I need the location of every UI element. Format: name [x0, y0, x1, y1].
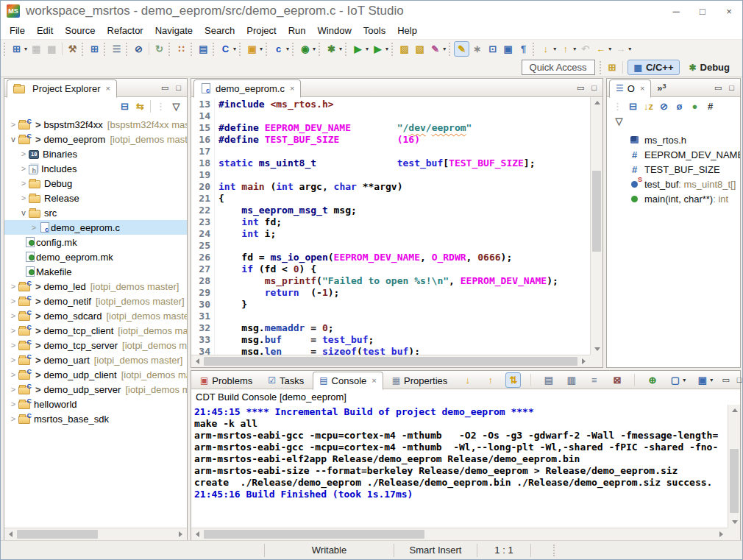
view-menu-dots-button[interactable]: ⋮ [153, 99, 168, 114]
tree-item-demo-tcp-client[interactable]: >>demo_tcp_client[iotpi_demos master] [4, 323, 187, 338]
open-perspective-button[interactable]: ⊞ [605, 60, 620, 75]
perspective-debug-button[interactable]: ✱Debug [682, 60, 736, 75]
outline-item-test-buf-size[interactable]: #TEST_BUF_SIZE [607, 162, 740, 177]
view-menu-chevron-button[interactable]: ▽ [168, 99, 184, 114]
outline-view-chevron-button[interactable]: ▽ [611, 113, 627, 129]
previous-marker-button[interactable]: ↑ [483, 372, 498, 388]
new-c-file-button[interactable]: c▾ [271, 41, 291, 57]
run-button[interactable]: ▶▾ [350, 41, 370, 57]
dropdown-arrow-icon[interactable]: ▾ [683, 377, 686, 383]
outline-item-main-int-char[interactable]: main(int, char**) : int [607, 191, 740, 206]
outline-menu-dots-button[interactable]: ⋮ [610, 99, 625, 114]
build-all-button[interactable]: ⊞ [87, 41, 102, 57]
outline-tab[interactable]: ☰ O × [609, 79, 651, 98]
scroll-thumb[interactable] [17, 530, 98, 539]
tree-item-demo-tcp-server[interactable]: >>demo_tcp_server[iotpi_demos master] [4, 338, 187, 352]
tree-item-release[interactable]: >Release [4, 191, 187, 205]
dropdown-arrow-icon[interactable]: ▾ [339, 46, 342, 52]
outline-item-eeprom-dev-name[interactable]: #EEPROM_DEV_NAME [607, 147, 740, 162]
dropdown-arrow-icon[interactable]: ▾ [710, 377, 713, 383]
dropdown-arrow-icon[interactable]: ▾ [385, 46, 388, 52]
menu-item-run[interactable]: Run [282, 23, 312, 38]
maximize-button[interactable]: □ [689, 2, 716, 20]
display-console-button[interactable]: ▢▾ [667, 372, 687, 388]
expand-expander-icon[interactable]: > [8, 370, 18, 379]
expand-expander-icon[interactable]: > [8, 400, 18, 408]
collapse-expander-icon[interactable]: v [18, 208, 29, 217]
deploy-button[interactable]: ☰ [109, 41, 124, 57]
dropdown-arrow-icon[interactable]: ▾ [553, 46, 556, 52]
remote-folder-button[interactable]: ▤ [196, 41, 211, 57]
show-selected-element-button[interactable]: ▣ [500, 41, 516, 57]
scroll-thumb[interactable] [730, 449, 739, 513]
scroll-thumb[interactable] [204, 530, 424, 539]
editor-tab-demo-eeprom-c[interactable]: demo_eeprom.c × [193, 79, 301, 98]
expand-expander-icon[interactable]: > [8, 311, 18, 320]
expand-expander-icon[interactable]: > [18, 179, 29, 188]
tree-item-binaries[interactable]: >Binaries [4, 146, 187, 161]
minimize-view-button[interactable]: ▭ [161, 83, 168, 93]
marker-pen-button[interactable]: ✎▾ [427, 41, 447, 57]
build-target-button[interactable]: ◉▾ [297, 41, 317, 57]
tree-item-demo-udp-server[interactable]: >>demo_udp_server[iotpi_demos master] [4, 382, 187, 397]
project-explorer-hscrollbar[interactable] [4, 528, 187, 540]
scroll-lock-button[interactable]: ▥ [564, 372, 579, 388]
next-annotation-button[interactable]: ↓▾ [538, 41, 558, 57]
menu-item-edit[interactable]: Edit [31, 23, 59, 38]
tree-item-demo-sdcard[interactable]: >>demo_sdcard[iotpi_demos master] [4, 308, 187, 323]
tree-item-src[interactable]: vsrc [4, 205, 187, 220]
tree-item-demo-eeprom[interactable]: v>demo_eeprom[iotpi_demos master] [4, 132, 187, 146]
spray-button[interactable]: ∗ [469, 41, 485, 57]
skip-breakpoints-button[interactable]: ⊘ [131, 41, 146, 57]
follow-output-button[interactable]: ⇅ [505, 372, 521, 388]
outline-collapse-all-button[interactable]: ⊟ [625, 99, 641, 114]
menu-item-search[interactable]: Search [199, 23, 241, 38]
dropdown-arrow-icon[interactable]: ▾ [313, 46, 316, 52]
save-button[interactable]: ▦ [29, 41, 44, 57]
open-perspective-button[interactable]: ⊞ [605, 60, 620, 75]
expand-expander-icon[interactable]: > [18, 194, 29, 202]
minimize-button[interactable]: ─ [663, 2, 689, 20]
new-c-project-button[interactable]: C▾ [218, 41, 238, 57]
hide-non-public-button[interactable]: ● [687, 99, 703, 114]
tree-item-makefile[interactable]: Makefile [4, 264, 187, 279]
editor-vscrollbar[interactable] [590, 97, 602, 355]
expand-expander-icon[interactable]: > [8, 326, 18, 335]
hide-fields-button[interactable]: ⊘ [656, 99, 672, 114]
hide-static-button[interactable]: ø [672, 99, 687, 114]
more-views-indicator[interactable]: »3 [657, 82, 666, 93]
dropdown-arrow-icon[interactable]: ▾ [573, 46, 576, 52]
previous-annotation-button[interactable]: ↑▾ [558, 41, 577, 57]
tree-item-debug[interactable]: >Debug [4, 176, 187, 191]
expand-expander-icon[interactable]: > [8, 282, 18, 291]
maximize-view-button[interactable]: □ [176, 83, 181, 93]
word-wrap-button[interactable]: ≡ [586, 372, 602, 388]
show-whitespace-button[interactable]: ¶ [516, 41, 531, 57]
tree-item-includes[interactable]: >Includes [4, 161, 187, 176]
tasks-tab[interactable]: ☑Tasks [261, 372, 310, 390]
console-tab[interactable]: ▤Console× [313, 372, 383, 390]
outline-list[interactable]: ms_rtos.h#EEPROM_DEV_NAME#TEST_BUF_SIZES… [607, 127, 740, 206]
menu-item-help[interactable]: Help [391, 23, 423, 38]
back-button[interactable]: ←▾ [593, 41, 613, 57]
pin-console-button[interactable]: ⊕ [644, 372, 660, 388]
minimize-editor-button[interactable]: ▭ [577, 83, 584, 93]
menu-item-refactor[interactable]: Refactor [102, 23, 149, 38]
maximize-editor-button[interactable]: □ [591, 83, 597, 93]
link-with-editor-button[interactable]: ⇆ [132, 99, 148, 114]
code-editor[interactable]: 13#include <ms_rtos.h>1415#define EEPROM… [191, 97, 590, 355]
save-all-button[interactable]: ▩ [44, 41, 60, 57]
build-button[interactable]: ⚒ [65, 41, 80, 57]
expand-expander-icon[interactable]: > [8, 414, 18, 423]
menu-item-file[interactable]: File [4, 23, 31, 38]
highlight-button[interactable]: ✎ [454, 41, 469, 57]
outline-item-ms-rtos-h[interactable]: ms_rtos.h [607, 132, 740, 147]
tree-item-demo-udp-client[interactable]: >>demo_udp_client[iotpi_demos master] [4, 367, 187, 382]
expand-expander-icon[interactable]: > [18, 164, 29, 173]
show-on-output-button[interactable]: ▤ [541, 372, 556, 388]
dropdown-arrow-icon[interactable]: ▾ [608, 46, 611, 52]
tree-item-demo-netif[interactable]: >>demo_netif[iotpi_demos master] [4, 294, 187, 308]
expand-expander-icon[interactable]: > [8, 385, 18, 394]
tree-item-demo-eeprom-mk[interactable]: demo_eeprom.mk [4, 249, 187, 264]
close-editor-icon[interactable]: × [290, 84, 294, 93]
